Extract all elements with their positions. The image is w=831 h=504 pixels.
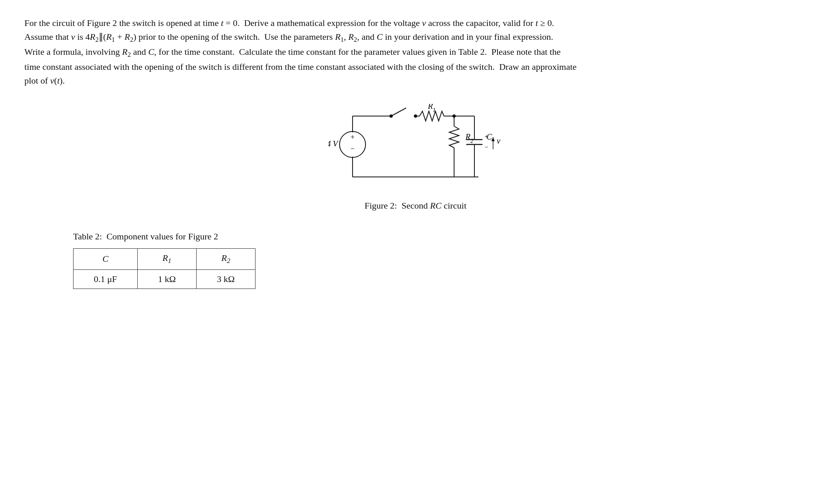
component-table: C R1 R2 0.1 μF 1 kΩ 3 kΩ [73,248,255,289]
svg-text:−: − [351,144,355,153]
table-caption: Table 2: Component values for Figure 2 [73,231,807,242]
table-area: Table 2: Component values for Figure 2 C… [73,231,807,289]
col-header-c: C [74,249,138,269]
svg-text:+: + [351,133,355,141]
cell-r1-value: 1 kΩ [138,269,197,289]
svg-text:v: v [497,136,500,145]
problem-text: For the circuit of Figure 2 the switch i… [24,16,577,88]
figure-caption: Figure 2: Second RC circuit [364,200,466,211]
svg-text:−: − [485,144,488,151]
svg-text:4 V: 4 V [328,139,339,148]
col-header-r1: R1 [138,249,197,269]
svg-line-9 [391,108,406,116]
circuit-diagram: + − 4 V R1 R2 [328,104,503,193]
figure-area: + − 4 V R1 R2 [24,104,807,211]
svg-text:R2: R2 [465,132,473,144]
svg-text:+: + [485,133,488,140]
col-header-r2: R2 [196,249,255,269]
cell-c-value: 0.1 μF [74,269,138,289]
problem-paragraph: For the circuit of Figure 2 the switch i… [24,16,577,88]
cell-r2-value: 3 kΩ [196,269,255,289]
table-row: 0.1 μF 1 kΩ 3 kΩ [74,269,255,289]
